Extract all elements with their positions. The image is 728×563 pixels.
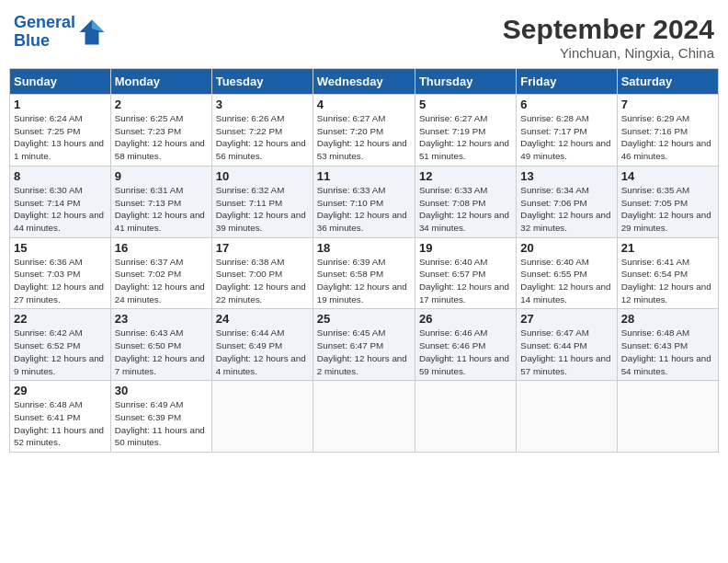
calendar-cell: 27Sunrise: 6:47 AMSunset: 6:44 PMDayligh… bbox=[517, 309, 617, 381]
day-number: 22 bbox=[14, 312, 107, 326]
day-number: 27 bbox=[520, 312, 612, 326]
logo-text: GeneralBlue bbox=[14, 14, 75, 51]
calendar-cell: 23Sunrise: 6:43 AMSunset: 6:50 PMDayligh… bbox=[110, 309, 211, 381]
day-info: Sunrise: 6:43 AMSunset: 6:50 PMDaylight:… bbox=[115, 327, 208, 377]
calendar-cell: 3Sunrise: 6:26 AMSunset: 7:22 PMDaylight… bbox=[211, 95, 313, 167]
calendar-cell: 13Sunrise: 6:34 AMSunset: 7:06 PMDayligh… bbox=[517, 166, 617, 237]
calendar-cell bbox=[313, 381, 415, 453]
day-info: Sunrise: 6:38 AMSunset: 7:00 PMDaylight:… bbox=[216, 256, 309, 306]
day-number: 23 bbox=[115, 312, 208, 326]
day-of-week-friday: Friday bbox=[517, 69, 617, 95]
day-number: 21 bbox=[621, 241, 714, 255]
calendar-cell: 15Sunrise: 6:36 AMSunset: 7:03 PMDayligh… bbox=[10, 237, 111, 309]
calendar-week-2: 8Sunrise: 6:30 AMSunset: 7:14 PMDaylight… bbox=[10, 166, 719, 237]
day-info: Sunrise: 6:42 AMSunset: 6:52 PMDaylight:… bbox=[14, 327, 107, 377]
day-info: Sunrise: 6:33 AMSunset: 7:08 PMDaylight:… bbox=[419, 184, 512, 235]
day-number: 24 bbox=[216, 312, 309, 326]
day-of-week-monday: Monday bbox=[110, 69, 211, 95]
calendar-cell: 24Sunrise: 6:44 AMSunset: 6:49 PMDayligh… bbox=[211, 309, 313, 381]
day-info: Sunrise: 6:33 AMSunset: 7:10 PMDaylight:… bbox=[317, 184, 411, 235]
day-info: Sunrise: 6:34 AMSunset: 7:06 PMDaylight:… bbox=[520, 184, 612, 235]
subtitle: Yinchuan, Ningxia, China bbox=[503, 45, 714, 61]
day-number: 8 bbox=[14, 169, 107, 183]
day-info: Sunrise: 6:28 AMSunset: 7:17 PMDaylight:… bbox=[520, 112, 612, 163]
day-info: Sunrise: 6:26 AMSunset: 7:22 PMDaylight:… bbox=[216, 112, 309, 163]
calendar-week-5: 29Sunrise: 6:48 AMSunset: 6:41 PMDayligh… bbox=[10, 381, 719, 453]
day-number: 16 bbox=[115, 241, 208, 255]
calendar-cell: 11Sunrise: 6:33 AMSunset: 7:10 PMDayligh… bbox=[313, 166, 415, 237]
day-number: 14 bbox=[621, 169, 714, 183]
calendar-cell: 21Sunrise: 6:41 AMSunset: 6:54 PMDayligh… bbox=[617, 237, 718, 309]
day-info: Sunrise: 6:31 AMSunset: 7:13 PMDaylight:… bbox=[115, 184, 208, 235]
day-number: 3 bbox=[216, 98, 309, 111]
calendar-cell: 2Sunrise: 6:25 AMSunset: 7:23 PMDaylight… bbox=[110, 95, 211, 167]
day-info: Sunrise: 6:25 AMSunset: 7:23 PMDaylight:… bbox=[115, 112, 208, 163]
calendar-cell: 8Sunrise: 6:30 AMSunset: 7:14 PMDaylight… bbox=[10, 166, 111, 237]
day-info: Sunrise: 6:29 AMSunset: 7:16 PMDaylight:… bbox=[621, 112, 714, 163]
calendar-cell: 19Sunrise: 6:40 AMSunset: 6:57 PMDayligh… bbox=[415, 237, 516, 309]
day-number: 4 bbox=[317, 98, 411, 111]
day-number: 10 bbox=[216, 169, 309, 183]
day-number: 11 bbox=[317, 169, 411, 183]
day-info: Sunrise: 6:48 AMSunset: 6:43 PMDaylight:… bbox=[621, 327, 714, 377]
calendar-cell: 6Sunrise: 6:28 AMSunset: 7:17 PMDaylight… bbox=[517, 95, 617, 167]
calendar-cell: 22Sunrise: 6:42 AMSunset: 6:52 PMDayligh… bbox=[10, 309, 111, 381]
day-number: 5 bbox=[419, 98, 512, 111]
day-number: 26 bbox=[419, 312, 512, 326]
logo-icon bbox=[78, 18, 106, 46]
calendar-cell: 28Sunrise: 6:48 AMSunset: 6:43 PMDayligh… bbox=[617, 309, 718, 381]
calendar-cell: 4Sunrise: 6:27 AMSunset: 7:20 PMDaylight… bbox=[313, 95, 415, 167]
day-info: Sunrise: 6:27 AMSunset: 7:19 PMDaylight:… bbox=[419, 112, 512, 163]
day-info: Sunrise: 6:39 AMSunset: 6:58 PMDaylight:… bbox=[317, 256, 411, 306]
day-info: Sunrise: 6:24 AMSunset: 7:25 PMDaylight:… bbox=[14, 112, 107, 163]
day-info: Sunrise: 6:36 AMSunset: 7:03 PMDaylight:… bbox=[14, 256, 107, 306]
calendar-cell bbox=[211, 381, 313, 453]
day-info: Sunrise: 6:46 AMSunset: 6:46 PMDaylight:… bbox=[419, 327, 512, 377]
day-info: Sunrise: 6:32 AMSunset: 7:11 PMDaylight:… bbox=[216, 184, 309, 235]
day-number: 2 bbox=[115, 98, 208, 111]
calendar-header-row: SundayMondayTuesdayWednesdayThursdayFrid… bbox=[10, 69, 719, 95]
day-number: 12 bbox=[419, 169, 512, 183]
day-info: Sunrise: 6:35 AMSunset: 7:05 PMDaylight:… bbox=[621, 184, 714, 235]
day-of-week-thursday: Thursday bbox=[415, 69, 516, 95]
day-number: 29 bbox=[14, 384, 107, 397]
day-of-week-sunday: Sunday bbox=[10, 69, 111, 95]
day-info: Sunrise: 6:37 AMSunset: 7:02 PMDaylight:… bbox=[115, 256, 208, 306]
calendar-cell: 14Sunrise: 6:35 AMSunset: 7:05 PMDayligh… bbox=[617, 166, 718, 237]
day-of-week-saturday: Saturday bbox=[617, 69, 718, 95]
day-number: 7 bbox=[621, 98, 714, 111]
title-block: September 2024 Yinchuan, Ningxia, China bbox=[503, 14, 714, 61]
calendar-week-1: 1Sunrise: 6:24 AMSunset: 7:25 PMDaylight… bbox=[10, 95, 719, 167]
calendar-cell: 20Sunrise: 6:40 AMSunset: 6:55 PMDayligh… bbox=[517, 237, 617, 309]
day-number: 9 bbox=[115, 169, 208, 183]
day-number: 13 bbox=[520, 169, 612, 183]
day-number: 19 bbox=[419, 241, 512, 255]
calendar-cell: 18Sunrise: 6:39 AMSunset: 6:58 PMDayligh… bbox=[313, 237, 415, 309]
day-of-week-wednesday: Wednesday bbox=[313, 69, 415, 95]
day-info: Sunrise: 6:40 AMSunset: 6:57 PMDaylight:… bbox=[419, 256, 512, 306]
day-of-week-tuesday: Tuesday bbox=[211, 69, 313, 95]
calendar-cell: 25Sunrise: 6:45 AMSunset: 6:47 PMDayligh… bbox=[313, 309, 415, 381]
page-header: GeneralBlue September 2024 Yinchuan, Nin… bbox=[9, 9, 719, 61]
day-info: Sunrise: 6:48 AMSunset: 6:41 PMDaylight:… bbox=[14, 398, 107, 449]
day-number: 25 bbox=[317, 312, 411, 326]
calendar-table: SundayMondayTuesdayWednesdayThursdayFrid… bbox=[9, 68, 719, 453]
day-number: 30 bbox=[115, 384, 208, 397]
day-number: 28 bbox=[621, 312, 714, 326]
calendar-cell: 9Sunrise: 6:31 AMSunset: 7:13 PMDaylight… bbox=[110, 166, 211, 237]
main-title: September 2024 bbox=[503, 14, 714, 45]
calendar-cell: 29Sunrise: 6:48 AMSunset: 6:41 PMDayligh… bbox=[10, 381, 111, 453]
calendar-cell: 16Sunrise: 6:37 AMSunset: 7:02 PMDayligh… bbox=[110, 237, 211, 309]
day-number: 1 bbox=[14, 98, 107, 111]
calendar-week-4: 22Sunrise: 6:42 AMSunset: 6:52 PMDayligh… bbox=[10, 309, 719, 381]
calendar-cell: 17Sunrise: 6:38 AMSunset: 7:00 PMDayligh… bbox=[211, 237, 313, 309]
calendar-week-3: 15Sunrise: 6:36 AMSunset: 7:03 PMDayligh… bbox=[10, 237, 719, 309]
day-number: 20 bbox=[520, 241, 612, 255]
calendar-cell bbox=[415, 381, 516, 453]
calendar-cell: 1Sunrise: 6:24 AMSunset: 7:25 PMDaylight… bbox=[10, 95, 111, 167]
calendar-cell bbox=[517, 381, 617, 453]
calendar-cell: 7Sunrise: 6:29 AMSunset: 7:16 PMDaylight… bbox=[617, 95, 718, 167]
day-info: Sunrise: 6:40 AMSunset: 6:55 PMDaylight:… bbox=[520, 256, 612, 306]
day-info: Sunrise: 6:44 AMSunset: 6:49 PMDaylight:… bbox=[216, 327, 309, 377]
day-info: Sunrise: 6:41 AMSunset: 6:54 PMDaylight:… bbox=[621, 256, 714, 306]
